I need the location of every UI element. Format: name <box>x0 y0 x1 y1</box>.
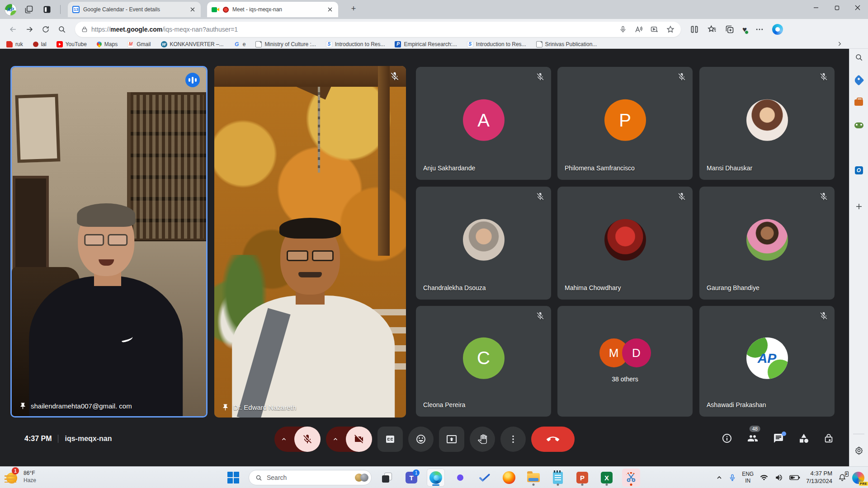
bookmark-konkanverter[interactable]: WKONKANVERTER –... <box>161 41 224 47</box>
bookmark-gmail[interactable]: MGmail <box>127 41 151 47</box>
participant-tile[interactable]: C Cleona Pereira <box>416 306 551 417</box>
camera-off-button[interactable] <box>346 427 372 452</box>
raise-hand-button[interactable] <box>470 427 495 452</box>
meeting-details-button[interactable] <box>722 433 732 444</box>
language-indicator[interactable]: ENG IN <box>742 471 754 484</box>
close-window-button[interactable] <box>847 0 868 15</box>
notifications-button[interactable]: z <box>838 473 846 482</box>
participant-tile[interactable]: Gaurang Bhandiye <box>699 187 835 300</box>
favorite-star-icon[interactable] <box>666 25 675 33</box>
sidebar-add-icon[interactable] <box>853 201 865 212</box>
battery-icon[interactable] <box>789 474 800 481</box>
minimize-button[interactable] <box>806 0 826 15</box>
participant-tile[interactable]: Mahima Chowdhary <box>557 187 693 300</box>
participant-tile[interactable]: Mansi Dhauskar <box>699 67 835 180</box>
taskbar-search[interactable]: Search <box>249 470 372 485</box>
participants-button[interactable]: 48 <box>747 433 759 444</box>
microphone-control[interactable] <box>274 427 321 452</box>
sidebar-settings-gear-icon[interactable] <box>853 445 865 456</box>
browser-profile-avatar[interactable]: AP <box>5 4 17 16</box>
close-tab-icon[interactable] <box>326 6 334 13</box>
close-tab-icon[interactable] <box>189 6 196 13</box>
tab-google-calendar[interactable]: 13 Google Calendar - Event details <box>68 2 201 17</box>
bookmark-srinivas-publication[interactable]: Srinivas Publication... <box>536 41 597 47</box>
powerpoint-button[interactable]: P <box>573 469 591 487</box>
favorites-icon[interactable] <box>707 25 717 34</box>
volume-icon[interactable] <box>774 474 783 482</box>
forward-icon[interactable] <box>23 23 36 36</box>
participant-tile[interactable]: A Anju Sakhardande <box>416 67 551 180</box>
browser-toolbar: https://meet.google.com/iqs-meqx-nan?aut… <box>0 19 868 40</box>
end-call-button[interactable] <box>531 427 575 452</box>
voice-search-icon[interactable] <box>619 25 627 33</box>
read-aloud-icon[interactable] <box>634 25 643 33</box>
bookmark-e[interactable]: Ge <box>234 41 246 47</box>
bookmark-ruk[interactable]: ruk <box>6 41 23 47</box>
copilot-icon[interactable] <box>772 24 783 35</box>
captions-button[interactable] <box>377 427 403 452</box>
activities-button[interactable] <box>798 433 809 444</box>
new-tab-button[interactable]: + <box>347 3 360 15</box>
overflow-participants-tile[interactable]: M D 38 others <box>557 306 693 417</box>
host-controls-button[interactable] <box>824 433 834 444</box>
copilot-preview-button[interactable] <box>852 472 864 484</box>
bookmark-lal[interactable]: lal <box>33 41 47 47</box>
back-icon[interactable] <box>6 23 20 36</box>
excel-button[interactable]: X <box>598 469 616 487</box>
video-tile-shailendramehta[interactable]: shailendramehta007@gmail. com <box>10 66 208 418</box>
vertical-tabs-icon[interactable] <box>41 4 53 15</box>
browser-essentials-icon[interactable]: ♥ <box>742 26 747 33</box>
teams-button[interactable]: T1 <box>402 469 420 487</box>
notepad-button[interactable] <box>549 469 567 487</box>
bookmark-youtube[interactable]: YouTube <box>57 41 87 47</box>
sidebar-games-icon[interactable] <box>853 119 865 131</box>
participant-tile[interactable]: P Philomena Samfrancisco <box>557 67 693 180</box>
camera-options-chevron-icon[interactable] <box>332 436 339 442</box>
sidebar-search-icon[interactable] <box>853 52 865 63</box>
participant-tile[interactable]: AP Ashawadi Prakashan <box>699 306 835 417</box>
bookmark-empirical-research[interactable]: PEmpirical Research:... <box>395 41 457 47</box>
video-enhance-icon[interactable] <box>650 25 659 33</box>
m365-copilot-button[interactable] <box>451 469 469 487</box>
wifi-icon[interactable] <box>760 474 769 482</box>
present-button[interactable] <box>439 427 464 452</box>
mic-mute-button[interactable] <box>294 427 321 452</box>
participant-tile[interactable]: Chandralekha Dsouza <box>416 187 551 300</box>
file-explorer-button[interactable] <box>524 469 542 487</box>
bookmark-maps[interactable]: Maps <box>97 41 118 47</box>
address-bar[interactable]: https://meet.google.com/iqs-meqx-nan?aut… <box>75 22 681 37</box>
tray-mic-icon[interactable] <box>729 474 736 482</box>
sidebar-shopping-icon[interactable] <box>853 74 865 86</box>
search-icon[interactable] <box>55 23 69 36</box>
refresh-icon[interactable] <box>39 23 52 36</box>
maximize-button[interactable] <box>826 0 847 15</box>
snipping-tool-button[interactable] <box>622 469 640 487</box>
task-view-button[interactable] <box>378 469 396 487</box>
settings-more-icon[interactable] <box>755 25 764 34</box>
collections-icon[interactable] <box>725 25 734 34</box>
sidebar-microsoft365-icon[interactable] <box>853 142 865 154</box>
more-options-button[interactable] <box>500 427 526 452</box>
bookmark-introduction-to-res-2[interactable]: SIntroduction to Res... <box>467 41 526 47</box>
tab-meet[interactable]: Meet - iqs-meqx-nan <box>207 2 338 17</box>
split-screen-icon[interactable] <box>690 25 699 34</box>
bookmark-ministry-of-culture[interactable]: Ministry of Culture :... <box>255 41 316 47</box>
bookmark-introduction-to-res-1[interactable]: SIntroduction to Res... <box>326 41 385 47</box>
video-tile-edward-nazareth[interactable]: Dr. Edward Nazareth <box>214 66 406 418</box>
todo-button[interactable] <box>476 469 494 487</box>
start-button[interactable] <box>224 469 242 487</box>
reactions-button[interactable] <box>408 427 434 452</box>
firefox-button[interactable] <box>500 469 518 487</box>
weather-widget[interactable]: 1 86°F Haze <box>5 469 36 484</box>
tab-workspaces-icon[interactable] <box>23 4 35 15</box>
sidebar-outlook-icon[interactable]: O <box>853 164 865 176</box>
tray-clock[interactable]: 4:37 PM 7/13/2024 <box>806 470 832 485</box>
tray-chevron-icon[interactable] <box>716 474 723 481</box>
bookmarks-overflow-icon[interactable] <box>836 41 843 47</box>
mic-options-chevron-icon[interactable] <box>281 436 287 442</box>
chat-button[interactable] <box>773 433 784 444</box>
sidebar-briefcase-icon[interactable] <box>853 97 865 108</box>
url-text[interactable]: https://meet.google.com/iqs-meqx-nan?aut… <box>91 26 619 33</box>
camera-control[interactable] <box>326 427 372 452</box>
edge-button[interactable] <box>427 469 445 487</box>
